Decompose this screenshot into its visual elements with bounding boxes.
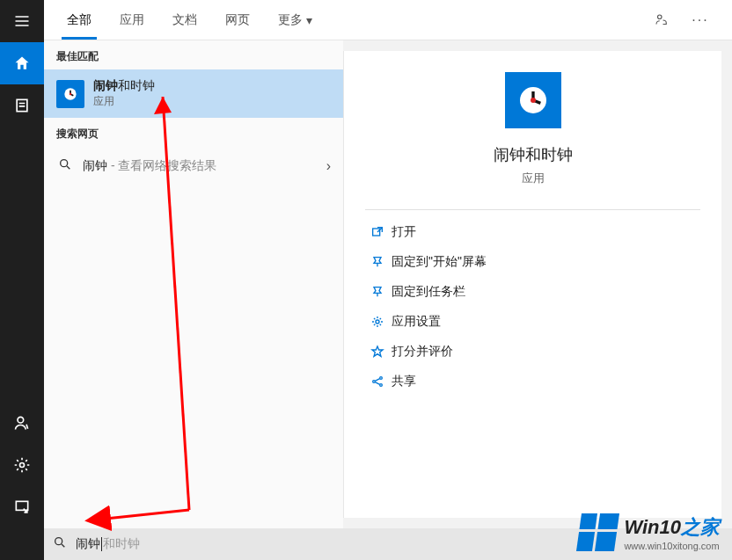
- options-button[interactable]: ···: [686, 6, 714, 34]
- recent-button[interactable]: [0, 84, 44, 127]
- pin-taskbar-icon: [370, 285, 392, 299]
- svg-point-1: [18, 417, 24, 423]
- clock-icon: [516, 83, 551, 118]
- user-icon: [13, 414, 31, 432]
- action-label: 固定到任务栏: [392, 284, 465, 300]
- feedback-icon: [654, 12, 670, 28]
- gear-icon: [370, 315, 392, 329]
- svg-point-4: [658, 15, 662, 19]
- power-button[interactable]: [0, 486, 44, 528]
- detail-title: 闹钟和时钟: [355, 144, 711, 165]
- action-label: 固定到"开始"屏幕: [392, 254, 487, 270]
- open-icon: [370, 225, 392, 239]
- svg-point-12: [373, 381, 376, 383]
- expand-icon: [13, 498, 31, 516]
- search-icon: [56, 157, 74, 175]
- web-search-result[interactable]: 闹钟 - 查看网络搜索结果 ›: [44, 147, 343, 185]
- action-label: 打开: [392, 224, 416, 240]
- action-pin-taskbar[interactable]: 固定到任务栏: [365, 277, 700, 307]
- separator: [365, 209, 700, 210]
- best-match-header: 最佳匹配: [44, 40, 343, 69]
- result-subtitle: 应用: [93, 94, 155, 109]
- action-label: 打分并评价: [392, 344, 453, 360]
- filter-tabs: 全部 应用 文档 网页 更多▾ ···: [44, 0, 732, 40]
- recent-icon: [13, 97, 31, 114]
- search-typed-text: 闹钟: [76, 536, 100, 552]
- detail-app-tile: [505, 72, 561, 128]
- search-bar[interactable]: 闹钟和时钟: [44, 528, 732, 560]
- app-tile-icon: [56, 80, 84, 108]
- web-search-header: 搜索网页: [44, 118, 343, 147]
- tab-more[interactable]: 更多▾: [264, 0, 326, 40]
- action-label: 应用设置: [392, 314, 441, 330]
- detail-pane: 闹钟和时钟 应用 打开 固定到"开始"屏幕 固定到任务栏: [343, 51, 721, 518]
- svg-point-9: [531, 98, 536, 103]
- chevron-down-icon: ▾: [306, 13, 312, 27]
- tab-all[interactable]: 全部: [53, 0, 106, 40]
- home-button[interactable]: [0, 42, 44, 84]
- ellipsis-icon: ···: [692, 12, 708, 28]
- svg-point-7: [61, 160, 68, 167]
- menu-button[interactable]: [0, 0, 44, 42]
- action-rate[interactable]: 打分并评价: [365, 337, 700, 367]
- svg-point-14: [380, 384, 383, 387]
- tab-web[interactable]: 网页: [211, 0, 264, 40]
- settings-button[interactable]: [0, 444, 44, 486]
- tab-documents[interactable]: 文档: [158, 0, 211, 40]
- action-open[interactable]: 打开: [365, 217, 700, 247]
- clock-icon: [62, 85, 79, 103]
- results-column: 最佳匹配 闹钟和时钟 应用 搜索网页 闹钟 - 查看网络搜索结果 ›: [44, 40, 343, 528]
- chevron-right-icon: ›: [326, 158, 331, 174]
- feedback-button[interactable]: [648, 6, 676, 34]
- svg-point-11: [376, 320, 379, 324]
- action-settings[interactable]: 应用设置: [365, 307, 700, 337]
- svg-point-2: [20, 463, 25, 468]
- gear-icon: [13, 456, 31, 474]
- share-icon: [370, 375, 392, 389]
- pin-icon: [370, 255, 392, 269]
- svg-point-15: [55, 538, 62, 545]
- action-share[interactable]: 共享: [365, 367, 700, 396]
- web-result-text: 闹钟 - 查看网络搜索结果: [83, 158, 216, 174]
- search-icon: [53, 535, 67, 553]
- star-icon: [370, 345, 392, 359]
- action-label: 共享: [392, 374, 416, 389]
- svg-rect-3: [16, 501, 27, 510]
- search-panel: 全部 应用 文档 网页 更多▾ ··· 最佳匹配 闹钟和时钟 应用: [44, 0, 732, 528]
- search-suggestion-hint: 和时钟: [103, 536, 140, 552]
- result-title: 闹钟和时钟: [93, 78, 155, 94]
- action-pin-start[interactable]: 固定到"开始"屏幕: [365, 247, 700, 277]
- account-button[interactable]: [0, 402, 44, 444]
- hamburger-icon: [13, 12, 31, 30]
- svg-point-13: [380, 377, 383, 380]
- svg-rect-10: [373, 229, 380, 236]
- svg-point-6: [70, 92, 72, 95]
- best-match-result[interactable]: 闹钟和时钟 应用: [44, 69, 343, 118]
- text-caret: [101, 537, 102, 551]
- home-icon: [13, 55, 31, 72]
- tab-apps[interactable]: 应用: [106, 0, 158, 40]
- detail-subtitle: 应用: [355, 171, 711, 186]
- start-sidebar: [0, 0, 44, 560]
